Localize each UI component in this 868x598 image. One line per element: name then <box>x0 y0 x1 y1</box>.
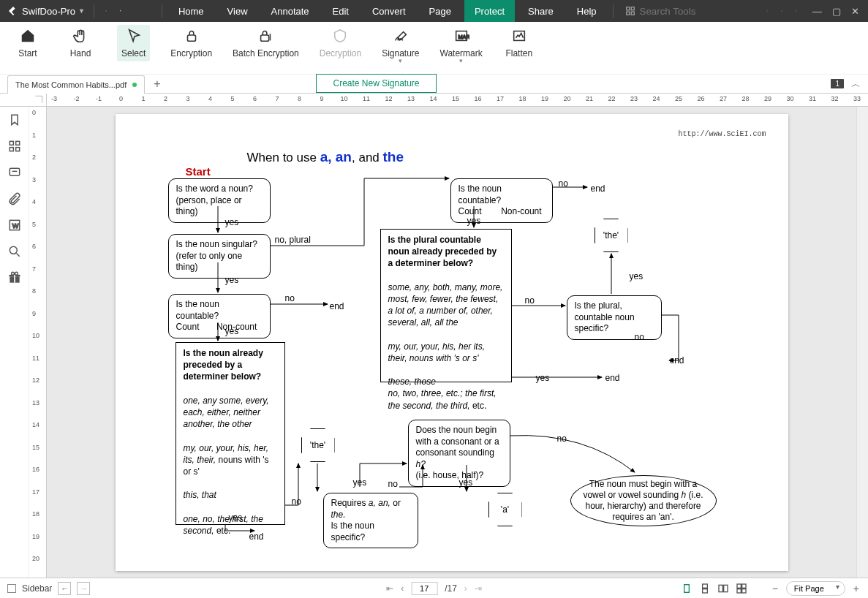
menu-share[interactable]: Share <box>518 0 564 22</box>
sidebar-checkbox[interactable] <box>7 584 16 593</box>
cart-icon[interactable] <box>761 5 773 17</box>
svg-rect-0 <box>105 10 106 11</box>
start-label: Start <box>186 165 211 178</box>
ruler-origin-icon <box>34 94 44 105</box>
search-input[interactable] <box>640 6 713 17</box>
menu-page[interactable]: Page <box>419 0 461 22</box>
bookmark-icon[interactable] <box>7 113 22 127</box>
prev-page-icon[interactable]: ‹ <box>401 583 404 594</box>
batch-lock-icon <box>257 28 273 44</box>
close-icon[interactable]: ✕ <box>851 6 859 17</box>
pdf-page: http://www.SciEI.com When to use a, an, … <box>116 114 788 571</box>
ribbon-batch-encryption[interactable]: Batch Encryption <box>233 28 299 58</box>
zoom-select[interactable]: Fit Page <box>786 581 845 596</box>
horizontal-ruler: -3-2-10123456789101112131415161718192021… <box>47 94 868 107</box>
bell-icon[interactable] <box>790 5 802 17</box>
ribbon-select[interactable]: Select <box>117 25 150 61</box>
comments-icon[interactable] <box>7 165 22 180</box>
nav-next-icon[interactable]: → <box>77 582 90 595</box>
menu-convert[interactable]: Convert <box>362 0 416 22</box>
first-page-icon[interactable]: ⇤ <box>386 583 393 594</box>
svg-rect-40 <box>719 585 722 591</box>
node-determiner-2: Is the plural countable noun already pre… <box>380 229 512 382</box>
next-page-icon[interactable]: › <box>464 583 467 594</box>
node-vowel: The noun must begin with a vowel or vowe… <box>570 475 717 526</box>
svg-rect-41 <box>723 585 727 591</box>
search-icon[interactable] <box>7 244 22 259</box>
document-tab[interactable]: The Most Common Habits...pdf <box>7 75 145 94</box>
zoom-out-icon[interactable]: − <box>771 583 780 594</box>
menu-annotate[interactable]: Annotate <box>261 0 320 22</box>
undo-icon[interactable] <box>129 5 141 17</box>
view-facing-cont-icon[interactable] <box>736 583 747 594</box>
word-export-icon[interactable]: W <box>7 218 22 232</box>
menu-edit[interactable]: Edit <box>322 0 359 22</box>
view-single-icon[interactable] <box>681 583 692 594</box>
svg-rect-45 <box>741 588 745 592</box>
page-input[interactable] <box>411 582 437 595</box>
lbl-no: no <box>559 178 568 189</box>
menu-help[interactable]: Help <box>567 0 607 22</box>
svg-rect-18 <box>15 141 19 145</box>
search-tools[interactable] <box>619 6 719 17</box>
ribbon-flatten[interactable]: Flatten <box>503 28 535 58</box>
vertical-ruler: 01234567891011121314151617181920 <box>29 107 47 578</box>
node-singular: Is the noun singular?(refer to only one … <box>168 234 271 279</box>
lbl-no: no <box>285 293 295 303</box>
brand-caret-icon[interactable]: ▼ <box>78 7 85 15</box>
home-icon <box>20 28 36 44</box>
svg-rect-43 <box>741 584 745 588</box>
svg-rect-8 <box>631 12 634 15</box>
view-facing-icon[interactable] <box>717 583 729 594</box>
window-controls: — ▢ ✕ <box>812 6 859 17</box>
svg-rect-6 <box>631 7 634 10</box>
minimize-icon[interactable]: — <box>812 6 822 17</box>
ribbon-start[interactable]: Start <box>12 28 44 58</box>
maximize-icon[interactable]: ▢ <box>832 6 841 17</box>
svg-point-11 <box>782 10 782 11</box>
caret-down-icon[interactable]: ▾ <box>459 57 463 64</box>
nav-prev-icon[interactable]: ← <box>58 582 71 595</box>
lbl-yes: yes <box>353 477 367 488</box>
redo-icon[interactable] <box>144 5 156 17</box>
lbl-no: no <box>635 332 644 342</box>
menu-home[interactable]: Home <box>168 0 214 22</box>
svg-rect-38 <box>702 584 707 588</box>
menu-view[interactable]: View <box>217 0 258 22</box>
side-panel: W <box>0 107 29 578</box>
zoom-in-icon[interactable]: + <box>852 583 861 594</box>
ribbon-signature[interactable]: Signature ▾ <box>382 28 419 58</box>
unlock-icon <box>332 28 348 44</box>
svg-rect-20 <box>15 148 19 151</box>
save-icon[interactable] <box>100 5 112 17</box>
document-canvas[interactable]: http://www.SciEI.com When to use a, an, … <box>47 107 856 578</box>
svg-rect-17 <box>10 141 13 145</box>
oct-the-2: 'the' <box>301 428 335 462</box>
last-page-icon[interactable]: ⇥ <box>475 583 482 594</box>
caret-down-icon[interactable]: ▾ <box>399 57 402 64</box>
watermark-icon: MARK <box>453 28 469 44</box>
print-icon[interactable] <box>115 5 127 17</box>
menu-protect[interactable]: Protect <box>464 0 515 22</box>
ribbon-encryption[interactable]: Encryption <box>170 28 212 58</box>
node-determiner-1: Is the noun already preceded by a determ… <box>176 342 285 525</box>
cursor-icon <box>126 28 142 44</box>
separator <box>94 4 94 18</box>
lbl-end: end <box>605 373 620 383</box>
ribbon-hand[interactable]: Hand <box>64 28 97 58</box>
lbl-yes: yes <box>225 217 239 227</box>
gift-icon[interactable] <box>7 270 22 285</box>
add-tab-button[interactable]: + <box>151 77 163 91</box>
thumbnails-icon[interactable] <box>7 139 22 154</box>
ribbon-decryption: Decryption <box>320 28 361 58</box>
signature-dropdown-item[interactable]: Create New Signature <box>316 74 437 93</box>
view-continuous-icon[interactable] <box>699 583 711 594</box>
user-icon[interactable] <box>776 5 788 17</box>
vertical-scrollbar[interactable] <box>856 107 868 578</box>
ribbon-watermark[interactable]: MARK Watermark ▾ <box>440 28 483 58</box>
node-requires: Requires a, an, or the.Is the noun speci… <box>323 493 418 548</box>
attachments-icon[interactable] <box>7 192 22 206</box>
page-badge: 1 <box>831 79 844 88</box>
lbl-no-plural: no, plural <box>275 235 311 245</box>
collapse-ribbon-icon[interactable]: ︿ <box>851 77 861 91</box>
